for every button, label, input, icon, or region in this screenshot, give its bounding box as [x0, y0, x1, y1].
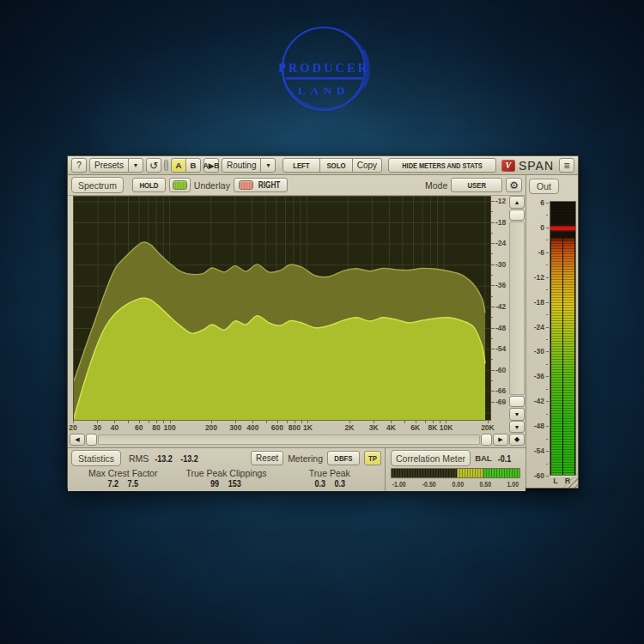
meter-bars — [550, 201, 576, 476]
rms-left-value: -13.2 — [155, 453, 173, 464]
freq-tick-label: 20 — [69, 423, 76, 432]
toolbar: ? Presets ▼ ↺ A B A▶B Routing ▼ LEFT SOL… — [68, 156, 578, 175]
freq-tick-label: 300 — [229, 423, 241, 432]
meter-tick-label: -48 — [526, 422, 544, 430]
tab-out[interactable]: Out — [529, 179, 559, 194]
meter-label-left: L — [550, 477, 562, 488]
chevron-down-icon: ▼ — [265, 162, 271, 168]
gear-icon: ⚙ — [509, 179, 519, 191]
freq-tick-label: 2K — [345, 423, 355, 432]
spectrum-plot[interactable] — [73, 196, 491, 421]
logo-text-producer: PRODUCER — [278, 61, 369, 75]
meter-tick-label: -18 — [526, 298, 544, 307]
routing-button[interactable]: Routing — [222, 158, 261, 173]
presets-dropdown-button[interactable]: ▼ — [128, 158, 143, 173]
correlation-tick-label: -1.00 — [392, 480, 406, 489]
arrow-down-icon: ▼ — [514, 411, 520, 417]
meter-tick-label: -12 — [526, 273, 544, 282]
freq-tick-label: 4K — [386, 423, 396, 432]
presets-button[interactable]: Presets — [89, 158, 129, 173]
help-button[interactable]: ? — [71, 158, 87, 173]
meter-tick-label: -6 — [526, 248, 544, 257]
scroll-right-button[interactable]: ▶ — [493, 434, 508, 446]
correlation-tick-label: -0.50 — [422, 480, 436, 489]
meter-tick-label: -36 — [526, 372, 544, 380]
db-tick-label: -12 — [495, 197, 506, 205]
correlation-tick-label: 0.50 — [480, 480, 492, 489]
spectrum-plot-svg — [74, 197, 490, 420]
mode-settings-button[interactable]: ⚙ — [506, 178, 522, 192]
h-scroll-left-handle[interactable] — [86, 434, 97, 446]
freq-tick-label: 30 — [94, 423, 101, 432]
scroll-up-button[interactable]: ▲ — [509, 196, 525, 209]
scroll-left-button[interactable]: ◀ — [70, 434, 85, 446]
meter-tick-label: -30 — [526, 347, 544, 355]
freq-tick-label: 400 — [246, 423, 258, 432]
solo-button[interactable]: SOLO — [319, 158, 353, 173]
undo-button[interactable]: ↺ — [146, 158, 161, 173]
span-plugin-window: ? Presets ▼ ↺ A B A▶B Routing ▼ LEFT SOL… — [67, 155, 579, 489]
hide-meters-button[interactable]: HIDE METERS AND STATS — [388, 158, 496, 173]
v-scroll-top-handle[interactable] — [509, 210, 525, 221]
db-tick-label: -54 — [495, 344, 506, 353]
spectrum-color-button[interactable] — [169, 178, 191, 192]
bottom-panel: Statistics RMS -13.2 -13.2 Reset Meterin… — [68, 447, 526, 491]
db-tick-label: -66 — [495, 386, 506, 395]
h-scroll-track[interactable] — [98, 434, 480, 445]
meter-tick-label: -24 — [526, 323, 544, 331]
meter-tick-label: -54 — [526, 447, 544, 455]
reset-button[interactable]: Reset — [251, 451, 283, 465]
freq-tick-label: 80 — [152, 423, 160, 432]
correlation-segment — [392, 469, 457, 477]
output-meter[interactable]: 60-6-12-18-24-30-36-42-48-54-60 — [526, 196, 578, 477]
statistics-panel: Statistics RMS -13.2 -13.2 Reset Meterin… — [68, 448, 385, 491]
logo-divider — [286, 77, 362, 80]
meter-tick-label: -42 — [526, 397, 544, 405]
bal-label: BAL — [475, 453, 492, 463]
correlation-meter-bar — [391, 468, 520, 478]
metering-label: Metering — [288, 453, 323, 464]
scroll-down-button[interactable]: ▼ — [509, 408, 525, 421]
freq-tick-label: 800 — [289, 423, 301, 432]
arrow-down-icon: ▼ — [514, 424, 520, 430]
hold-button[interactable]: HOLD — [132, 178, 166, 192]
spectrum-color-swatch — [173, 180, 187, 190]
freq-tick-label: 200 — [205, 423, 217, 432]
h-scroll-right-handle[interactable] — [481, 434, 492, 446]
producer-land-logo: PRODUCER LAND — [270, 17, 377, 122]
freq-tick-label: 6K — [410, 423, 420, 432]
output-meter-panel: Out 60-6-12-18-24-30-36-42-48-54-60 L R — [526, 175, 578, 488]
ab-slot-a-button[interactable]: A — [171, 158, 186, 173]
tp-button[interactable]: TP — [364, 451, 381, 465]
routing-dropdown-button[interactable]: ▼ — [260, 158, 276, 173]
freq-tick-label: 100 — [163, 423, 175, 432]
meter-tick-label: 6 — [526, 198, 544, 207]
correlation-tick-label: 0.00 — [453, 480, 465, 489]
v-scroll-bottom-handle[interactable] — [509, 396, 525, 407]
zoom-reset-button[interactable]: ◆ — [509, 434, 525, 446]
global-menu-button[interactable]: ≡ — [559, 158, 574, 173]
tab-correlation-meter[interactable]: Correlation Meter — [391, 450, 471, 466]
meter-bar-r — [563, 202, 574, 475]
mode-selector[interactable]: USER — [451, 178, 502, 192]
dbfs-button[interactable]: DBFS — [327, 451, 360, 465]
a-to-b-copy-button[interactable]: A▶B — [204, 158, 219, 173]
page: PRODUCER LAND ? Presets ▼ ↺ A B A▶B Rout… — [0, 0, 644, 644]
db-tick-label: -18 — [495, 218, 506, 227]
tab-statistics[interactable]: Statistics — [71, 450, 121, 466]
horizontal-scrollbar: ◀ ▶ ◆ — [68, 432, 526, 447]
v-scroll-track[interactable] — [509, 222, 525, 395]
copy-button[interactable]: Copy — [352, 158, 382, 173]
freq-tick-label: 40 — [111, 423, 118, 432]
channel-left-button[interactable]: LEFT — [283, 158, 320, 173]
correlation-tick-label: 1.00 — [507, 480, 519, 489]
tab-spectrum[interactable]: Spectrum — [71, 177, 124, 193]
freq-tick-label: 600 — [271, 423, 283, 432]
plugin-brand: V SPAN — [501, 159, 554, 173]
session-color-swatch[interactable] — [164, 160, 168, 171]
underlay-channel-button[interactable]: RIGHT — [234, 178, 288, 192]
rms-label: RMS — [129, 453, 149, 464]
ab-slot-b-button[interactable]: B — [185, 158, 201, 173]
scroll-down-button2[interactable]: ▼ — [509, 421, 525, 433]
correlation-segment — [457, 469, 483, 477]
